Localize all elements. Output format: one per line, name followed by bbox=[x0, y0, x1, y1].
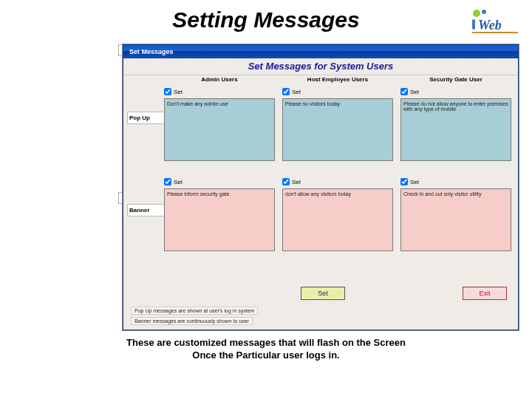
banner-admin-textarea[interactable]: Please inform security gate bbox=[164, 188, 275, 251]
popup-security-textarea[interactable]: Please do not allow anyone to enter prem… bbox=[400, 98, 511, 161]
checkbox-icon[interactable] bbox=[400, 178, 408, 185]
set-messages-window: Set Messages Set Messages for System Use… bbox=[123, 44, 519, 330]
messages-grid: Admin Users Host Employee Users Security… bbox=[164, 75, 514, 279]
banner-security-set-checkbox[interactable]: Set bbox=[400, 178, 511, 185]
checkbox-label: Set bbox=[174, 89, 183, 95]
checkbox-label: Set bbox=[174, 179, 183, 185]
banner-host-set-checkbox[interactable]: Set bbox=[282, 178, 393, 185]
checkbox-icon[interactable] bbox=[164, 178, 171, 185]
popup-admin-textarea[interactable]: Don't make any admin use bbox=[164, 98, 275, 161]
col-header-host: Host Employee Users bbox=[282, 76, 393, 83]
checkbox-icon[interactable] bbox=[282, 178, 290, 185]
checkbox-label: Set bbox=[292, 89, 301, 95]
checkbox-label: Set bbox=[410, 89, 419, 95]
banner-security-textarea[interactable]: Check in and out only visitor utility bbox=[400, 188, 511, 251]
window-banner: Set Messages for System Users bbox=[123, 58, 518, 75]
footnote-popup: Pop Up messages are shown at user's log … bbox=[131, 307, 258, 315]
svg-point-1 bbox=[482, 10, 486, 14]
banner-host-textarea[interactable]: don't allow any visitors today bbox=[282, 188, 393, 251]
iweb-logo: Web bbox=[469, 6, 521, 35]
checkbox-label: Set bbox=[410, 179, 419, 185]
checkbox-icon[interactable] bbox=[164, 88, 171, 95]
popup-host-textarea[interactable]: Please no visitors today bbox=[282, 98, 393, 161]
checkbox-icon[interactable] bbox=[282, 88, 290, 95]
col-header-admin: Admin Users bbox=[164, 76, 275, 83]
checkbox-label: Set bbox=[292, 179, 301, 185]
footnote-banner: Banner messages are continuously shown t… bbox=[131, 317, 253, 325]
set-button[interactable]: Set bbox=[301, 287, 345, 300]
caption-line-1: These are customized messages that will … bbox=[126, 337, 406, 348]
slide-caption: These are customized messages that will … bbox=[0, 337, 532, 362]
svg-point-0 bbox=[473, 10, 480, 17]
popup-admin-set-checkbox[interactable]: Set bbox=[164, 88, 275, 95]
exit-button[interactable]: Exit bbox=[463, 287, 507, 300]
checkbox-icon[interactable] bbox=[400, 88, 408, 95]
slide-title: Setting Messages bbox=[0, 7, 532, 33]
svg-rect-2 bbox=[472, 19, 475, 30]
popup-security-set-checkbox[interactable]: Set bbox=[400, 88, 511, 95]
row-label-banner: Banner bbox=[127, 204, 165, 216]
window-title-text: Set Messages bbox=[129, 48, 174, 55]
popup-host-set-checkbox[interactable]: Set bbox=[282, 88, 393, 95]
row-label-popup: Pop Up bbox=[127, 112, 165, 124]
banner-admin-set-checkbox[interactable]: Set bbox=[164, 178, 275, 185]
col-header-security: Security Gate User bbox=[400, 76, 511, 83]
window-titlebar: Set Messages bbox=[123, 45, 518, 58]
svg-text:Web: Web bbox=[478, 18, 502, 33]
caption-line-2: Once the Particular user logs in. bbox=[192, 349, 339, 361]
